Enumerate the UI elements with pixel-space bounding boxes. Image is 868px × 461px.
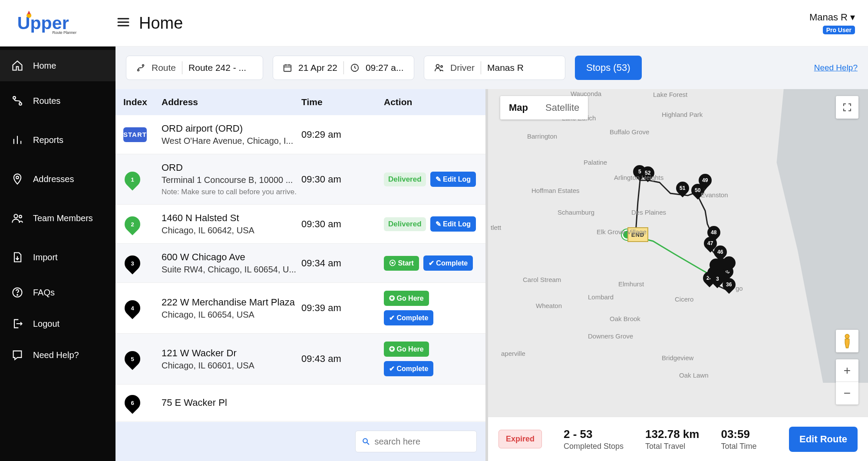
- sidebar: Home Routes Reports Addresses Team Membe…: [0, 46, 116, 461]
- route-icon: [136, 63, 145, 73]
- svg-text:Upper: Upper: [17, 13, 69, 33]
- stops-pane: Index Address Time Action STARTORD airpo…: [116, 89, 488, 461]
- map-place-label: Elmhurst: [618, 280, 644, 288]
- search-input-wrapper[interactable]: [355, 431, 477, 452]
- complete-button[interactable]: ✔ Complete: [384, 310, 433, 325]
- edit-route-button[interactable]: Edit Route: [789, 427, 858, 452]
- svg-rect-12: [284, 65, 291, 72]
- stat-distance: 132.78 km Total Travel: [645, 428, 699, 451]
- pro-badge: Pro User: [823, 26, 855, 34]
- map-canvas[interactable]: END 5525149504847463524363 WaucondaLake …: [488, 89, 868, 461]
- map-place-label: Oak Lawn: [679, 371, 709, 379]
- table-row[interactable]: 4222 W Merchandise Mart PlazaChicago, IL…: [116, 283, 485, 334]
- map-place-label: Lake Forest: [653, 91, 687, 98]
- svg-point-3: [13, 96, 16, 99]
- svg-point-5: [16, 176, 19, 179]
- start-button[interactable]: ⦿ Start: [384, 256, 419, 271]
- user-menu[interactable]: Manas R ▾ Pro User: [809, 12, 855, 34]
- sidebar-item-label: Team Members: [33, 213, 93, 223]
- map-place-label: Buffalo Grove: [610, 128, 649, 136]
- map-type-toggle[interactable]: Map Satellite: [500, 96, 588, 119]
- sidebar-item-addresses[interactable]: Addresses: [0, 159, 116, 199]
- sidebar-item-routes[interactable]: Routes: [0, 81, 116, 120]
- clock-icon: [350, 63, 360, 73]
- driver-selector[interactable]: Driver Manas R: [424, 56, 565, 80]
- fullscreen-icon[interactable]: [836, 96, 858, 119]
- map-place-label: Downers Grove: [588, 332, 633, 340]
- logo: Upper Route Planner: [13, 6, 100, 40]
- sidebar-item-label: Import: [33, 252, 58, 262]
- table-row[interactable]: 21460 N Halsted StChicago, IL 60642, USA…: [116, 205, 485, 244]
- map-place-label: tlett: [491, 224, 501, 231]
- svg-point-16: [363, 439, 367, 443]
- need-help-link[interactable]: Need Help?: [814, 63, 858, 73]
- sidebar-item-team[interactable]: Team Members: [0, 199, 116, 238]
- sidebar-item-logout[interactable]: Logout: [0, 308, 116, 339]
- map-summary-bar: Expired 2 - 53 Completed Stops 132.78 km…: [488, 417, 868, 461]
- sidebar-item-help[interactable]: Need Help?: [0, 339, 116, 371]
- sidebar-item-import[interactable]: Import: [0, 238, 116, 277]
- sidebar-item-label: Reports: [33, 135, 63, 145]
- chevron-down-icon: ▾: [850, 12, 855, 23]
- stat-duration: 03:59 Total Time: [721, 428, 756, 451]
- map-place-label: Elk Grove Village: [597, 228, 647, 235]
- table-row[interactable]: STARTORD airport (ORD)West O'Hare Avenue…: [116, 115, 485, 154]
- table-row[interactable]: 5121 W Wacker DrChicago, IL 60601, USA09…: [116, 334, 485, 385]
- delivered-badge: Delivered: [384, 217, 426, 231]
- table-row[interactable]: 675 E Wacker Pl: [116, 385, 485, 421]
- zoom-in-button[interactable]: +: [836, 359, 858, 382]
- stop-marker: 1: [123, 169, 142, 190]
- topbar: Upper Route Planner Home Manas R ▾ Pro U…: [0, 0, 868, 46]
- complete-button[interactable]: ✔ Complete: [423, 255, 473, 271]
- stops-list[interactable]: STARTORD airport (ORD)West O'Hare Avenue…: [116, 115, 485, 422]
- sidebar-item-home[interactable]: Home: [0, 50, 116, 81]
- svg-point-17: [845, 334, 849, 338]
- filter-bar: Route Route 242 - ... 21 Apr 22 09:27 a.…: [116, 46, 868, 89]
- map-pane: END 5525149504847463524363 WaucondaLake …: [488, 89, 868, 461]
- pegman-icon[interactable]: [836, 330, 858, 352]
- stop-marker: 5: [123, 348, 142, 369]
- table-row[interactable]: 3600 W Chicago AveSuite RW4, Chicago, IL…: [116, 244, 485, 283]
- map-place-label: Evanston: [701, 191, 728, 199]
- content: Route Route 242 - ... 21 Apr 22 09:27 a.…: [116, 46, 868, 461]
- search-input[interactable]: [374, 437, 470, 447]
- date-time-selector[interactable]: 21 Apr 22 09:27 a...: [273, 56, 414, 80]
- table-row[interactable]: 1ORDTerminal 1 Concourse B, 10000 ...Not…: [116, 154, 485, 205]
- delivered-badge: Delivered: [384, 172, 426, 186]
- stop-marker: 6: [123, 392, 142, 413]
- edit-log-button[interactable]: ✎ Edit Log: [430, 172, 476, 187]
- sidebar-item-label: Addresses: [33, 174, 74, 184]
- zoom-out-button[interactable]: −: [836, 382, 858, 405]
- sidebar-item-reports[interactable]: Reports: [0, 120, 116, 159]
- table-header: Index Address Time Action: [116, 89, 485, 115]
- map-place-label: Bridgeview: [662, 354, 693, 362]
- map-place-label: go: [736, 285, 743, 292]
- sidebar-item-label: Logout: [33, 319, 59, 329]
- map-place-label: Highland Park: [662, 111, 703, 118]
- svg-point-6: [14, 214, 17, 218]
- svg-point-9: [17, 295, 18, 295]
- sidebar-item-faqs[interactable]: FAQs: [0, 277, 116, 308]
- sidebar-item-label: FAQs: [33, 288, 55, 298]
- user-name-label: Manas R: [809, 12, 848, 23]
- menu-toggle-icon[interactable]: [117, 17, 129, 30]
- satellite-tab[interactable]: Satellite: [537, 96, 588, 119]
- stop-marker: 2: [123, 214, 142, 235]
- map-place-label: Schaumburg: [558, 209, 594, 216]
- svg-point-15: [441, 66, 442, 67]
- edit-log-button[interactable]: ✎ Edit Log: [430, 216, 476, 232]
- start-badge: START: [123, 127, 147, 142]
- stop-marker: 4: [123, 298, 142, 318]
- stops-button[interactable]: Stops (53): [575, 56, 642, 80]
- map-tab[interactable]: Map: [500, 96, 537, 119]
- stop-marker: 3: [123, 253, 142, 274]
- go-here-button[interactable]: ✪ Go Here: [384, 291, 429, 306]
- go-here-button[interactable]: ✪ Go Here: [384, 342, 429, 357]
- expired-badge: Expired: [498, 430, 542, 448]
- route-selector[interactable]: Route Route 242 - ...: [126, 56, 263, 80]
- page-title: Home: [139, 14, 183, 33]
- complete-button[interactable]: ✔ Complete: [384, 361, 433, 376]
- stat-completed: 2 - 53 Completed Stops: [564, 428, 624, 451]
- map-place-label: Wheaton: [536, 302, 562, 309]
- sidebar-item-label: Home: [33, 61, 56, 71]
